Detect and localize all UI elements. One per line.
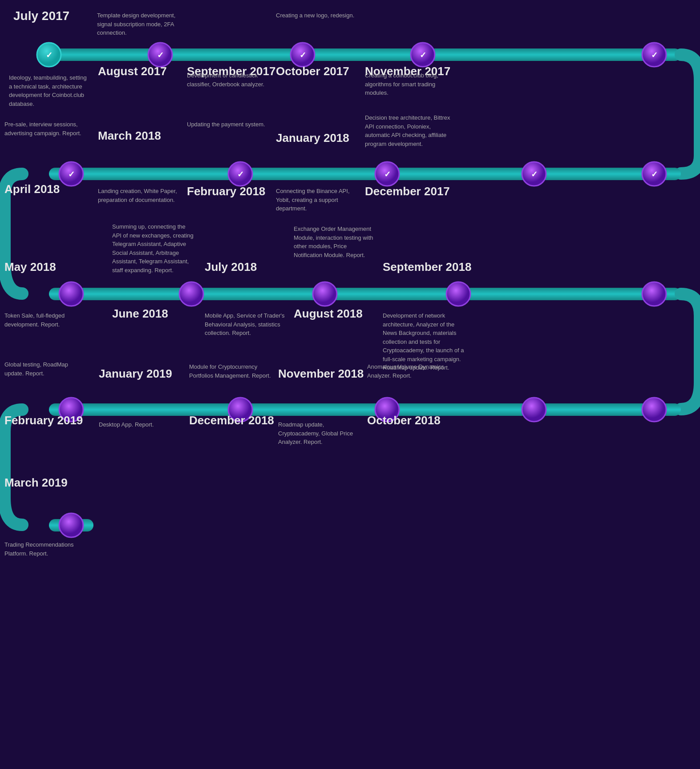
svg-point-18 [228, 162, 252, 186]
svg-text:✓: ✓ [68, 170, 75, 179]
month-oct2017: October 2017 [276, 64, 349, 78]
svg-point-20 [59, 162, 83, 186]
svg-text:✓: ✓ [651, 170, 658, 179]
svg-point-1 [37, 43, 61, 67]
desc-nov2018: Roadmap update, Cryptoacademy, Global Pr… [278, 420, 360, 447]
desc-aug2018: Exchange Order Management Module, intera… [294, 225, 376, 259]
timeline-svg: ✓ ✓ ✓ ✓ ✓ ✓ ✓ ✓ ✓ [0, 0, 700, 769]
svg-text:✓: ✓ [531, 170, 538, 179]
desc-jul2018: Mobile App, Service of Trader's Behavior… [205, 311, 287, 338]
svg-point-35 [59, 513, 83, 537]
svg-point-23 [59, 282, 83, 306]
svg-text:✓: ✓ [237, 170, 244, 179]
svg-text:✓: ✓ [384, 170, 391, 179]
svg-text:✓: ✓ [420, 51, 426, 60]
desc-aug2017: Template design development, signal subs… [97, 11, 179, 37]
desc-feb2018: Updating the payment system. [187, 120, 265, 129]
month-oct2018: October 2018 [367, 414, 441, 427]
month-feb2018: February 2018 [187, 185, 265, 198]
svg-point-12 [642, 162, 666, 186]
svg-point-27 [642, 282, 666, 306]
month-aug2017: August 2017 [98, 64, 167, 78]
month-dec2017: December 2017 [365, 185, 450, 198]
month-jan2018: January 2018 [276, 131, 349, 145]
desc-oct2017: Creating a new logo, redesign. [276, 11, 354, 20]
svg-rect-22 [49, 288, 681, 300]
svg-point-29 [642, 398, 666, 422]
svg-rect-34 [49, 519, 93, 531]
svg-point-24 [179, 282, 203, 306]
desc-mar2018: Landing creation, White Paper, preparati… [98, 187, 180, 204]
month-may2018: May 2018 [4, 260, 56, 274]
svg-point-3 [148, 43, 172, 67]
month-mar2019: March 2019 [4, 476, 68, 490]
svg-text:✓: ✓ [157, 51, 164, 60]
month-nov2018: November 2018 [278, 367, 364, 381]
desc-oct2018: Anomalous Volume Dynamics Analyzer. Repo… [367, 362, 449, 380]
desc-feb2019: Global testing, RoadMap update. Report. [4, 360, 87, 378]
svg-point-26 [446, 282, 470, 306]
desc-july2017: Ideology, teambuilding, setting a techni… [9, 73, 87, 108]
svg-point-7 [411, 43, 435, 67]
svg-point-30 [522, 398, 546, 422]
month-aug2018: August 2018 [294, 307, 363, 321]
desc-sep2017: Development of candlestick classifier, O… [187, 71, 269, 89]
desc-jun2018: Summing up, connecting the API of new ex… [112, 222, 196, 274]
desc-jan2018: Connecting the Binance API, Yobit, creat… [276, 187, 358, 213]
svg-point-5 [291, 43, 315, 67]
svg-rect-28 [49, 403, 681, 416]
svg-point-9 [642, 43, 666, 67]
desc-mar2019: Trading Recommendations Platform. Report… [4, 540, 87, 558]
svg-point-25 [313, 282, 337, 306]
desc-jan2019: Desktop App. Report. [99, 420, 154, 429]
month-mar2018: March 2018 [98, 129, 161, 143]
svg-point-14 [522, 162, 546, 186]
month-dec2018: December 2018 [189, 414, 274, 427]
svg-rect-0 [49, 48, 681, 61]
svg-text:✓: ✓ [651, 51, 658, 60]
month-jun2018: June 2018 [112, 307, 168, 321]
desc-dec2018: Module for Cryptocurrency Portfolios Man… [189, 362, 271, 380]
month-jul2018: July 2018 [205, 260, 257, 274]
month-jan2019: January 2019 [99, 367, 172, 381]
desc-may2018: Token Sale, full-fledged development. Re… [4, 311, 87, 329]
desc-apr2018: Pre-sale, interview sessions, advertisin… [4, 120, 85, 137]
month-feb2019: February 2019 [4, 414, 83, 427]
svg-text:✓: ✓ [299, 51, 306, 60]
timeline-container: ✓ ✓ ✓ ✓ ✓ ✓ ✓ ✓ ✓ [0, 0, 700, 18]
svg-rect-11 [49, 168, 681, 180]
month-apr2018: April 2018 [4, 182, 60, 196]
desc-dec2017: Decision tree architecture, Bittrex API … [365, 113, 452, 148]
month-sep2018: September 2018 [383, 260, 471, 274]
svg-point-16 [375, 162, 399, 186]
svg-text:✓: ✓ [46, 51, 53, 60]
desc-nov2017: Creating a coinbot.club blog, algorithms… [365, 71, 452, 97]
month-july2017: July 2017 [13, 9, 69, 23]
